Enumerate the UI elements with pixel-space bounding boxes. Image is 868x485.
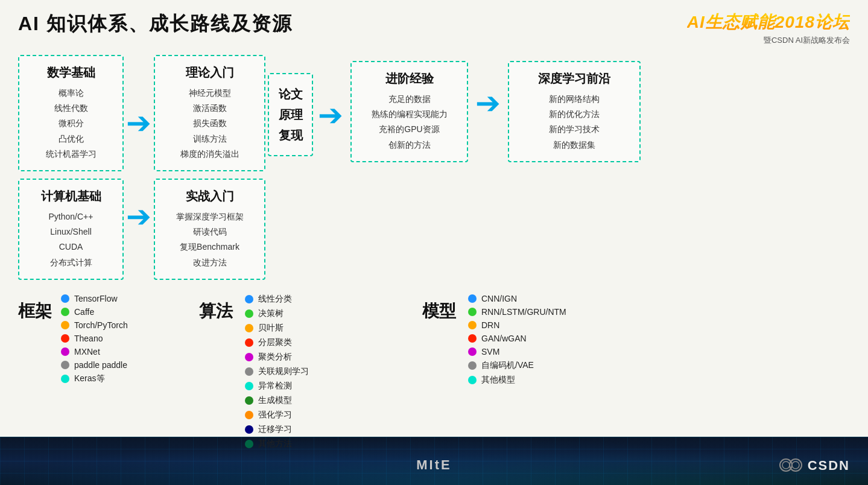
theory-box: 理论入门 神经元模型 激活函数 损失函数 训练方法 梯度的消失溢出 xyxy=(154,55,265,171)
dot-mxnet xyxy=(61,347,69,356)
arrow-right-icon: ➔ xyxy=(126,108,151,138)
algo-name: 关联规则学习 xyxy=(258,366,309,377)
algo-name: 强化学习 xyxy=(258,410,292,420)
deep-items: 新的网络结构 新的优化方法 新的学习技术 新的数据集 xyxy=(520,92,629,153)
list-item: 微积分 xyxy=(29,116,113,131)
advanced-items: 充足的数据 熟练的编程实现能力 充裕的GPU资源 创新的方法 xyxy=(363,92,456,153)
list-item: 新的数据集 xyxy=(520,138,629,153)
model-name: DRN xyxy=(481,320,499,330)
list-item: 新的优化方法 xyxy=(520,107,629,122)
paper-text: 论文原理复现 xyxy=(276,84,305,145)
dot xyxy=(468,347,477,356)
dot xyxy=(245,338,253,347)
col-advanced: 进阶经验 充足的数据 熟练的编程实现能力 充裕的GPU资源 创新的方法 xyxy=(346,55,473,162)
dot xyxy=(245,382,253,390)
advanced-box: 进阶经验 充足的数据 熟练的编程实现能力 充裕的GPU资源 创新的方法 xyxy=(350,61,468,162)
dot xyxy=(245,425,253,434)
algo-name: 决策树 xyxy=(258,308,284,319)
bottom-section: 框架 TensorFlow Caffe Torch/PyTorch Theano xyxy=(0,285,868,449)
dot xyxy=(468,294,477,303)
list-item: SVM xyxy=(468,347,566,357)
dot xyxy=(468,308,477,316)
dot xyxy=(245,411,253,419)
list-item: paddle paddle xyxy=(61,360,128,370)
dot-tensorflow xyxy=(61,294,69,303)
algorithm-list: 线性分类 决策树 贝叶斯 分层聚类 聚类分析 xyxy=(245,294,309,449)
dot xyxy=(468,361,477,370)
list-item: Keras等 xyxy=(61,373,128,384)
list-item: GAN/wGAN xyxy=(468,334,566,343)
list-item: 复现Benchmark xyxy=(165,239,255,255)
diagram-area: 数学基础 概率论 线性代数 微积分 凸优化 统计机器学习 计算机基础 Pytho… xyxy=(0,55,868,280)
dot-theano xyxy=(61,334,69,343)
list-item: 分层聚类 xyxy=(245,337,309,348)
dot xyxy=(245,309,253,318)
framework-name: paddle paddle xyxy=(74,360,127,370)
cs-box: 计算机基础 Python/C++ Linux/Shell CUDA 分布式计算 xyxy=(18,179,124,280)
theory-title: 理论入门 xyxy=(165,65,255,81)
algo-name: 迁移学习 xyxy=(258,424,292,435)
list-item: MXNet xyxy=(61,347,128,357)
list-item: CUDA xyxy=(29,239,113,255)
list-item: 掌握深度学习框架 xyxy=(165,209,255,224)
dot xyxy=(245,367,253,376)
algo-name: 生成模型 xyxy=(258,395,292,406)
math-box: 数学基础 概率论 线性代数 微积分 凸优化 统计机器学习 xyxy=(18,55,124,171)
model-name: CNN/IGN xyxy=(481,294,517,303)
dot xyxy=(245,353,253,361)
advanced-title: 进阶经验 xyxy=(363,71,456,87)
list-item: 充裕的GPU资源 xyxy=(363,122,456,137)
dot-torch xyxy=(61,321,69,329)
list-item: 训练方法 xyxy=(165,132,255,147)
practice-box: 实战入门 掌握深度学习框架 研读代码 复现Benchmark 改进方法 xyxy=(154,179,265,280)
paper-box: 论文原理复现 xyxy=(268,73,313,156)
arrow1-container: ➔ ➔ xyxy=(124,55,154,254)
arrow-right-icon: ➔ xyxy=(475,88,501,118)
model-label: 模型 xyxy=(422,294,456,323)
cs-items: Python/C++ Linux/Shell CUDA 分布式计算 xyxy=(29,209,113,270)
arrow1-bottom: ➔ xyxy=(126,201,151,232)
col-foundations: 数学基础 概率论 线性代数 微积分 凸优化 统计机器学习 计算机基础 Pytho… xyxy=(18,55,124,280)
list-item: 异常检测 xyxy=(245,381,309,391)
list-item: Caffe xyxy=(61,307,128,317)
list-item: CNN/IGN xyxy=(468,294,566,303)
col-intro: 理论入门 神经元模型 激活函数 损失函数 训练方法 梯度的消失溢出 实战入门 掌… xyxy=(154,55,265,280)
csdn-icon xyxy=(779,455,803,476)
list-item: 凸优化 xyxy=(29,132,113,147)
list-item: 关联规则学习 xyxy=(245,366,309,377)
list-item: 决策树 xyxy=(245,308,309,319)
list-item: 迁移学习 xyxy=(245,424,309,435)
dot-paddle xyxy=(61,361,69,369)
svg-point-5 xyxy=(792,461,799,469)
practice-items: 掌握深度学习框架 研读代码 复现Benchmark 改进方法 xyxy=(165,209,255,270)
framework-name: Torch/PyTorch xyxy=(74,320,128,330)
deep-box: 深度学习前沿 新的网络结构 新的优化方法 新的学习技术 新的数据集 xyxy=(508,61,641,162)
dot xyxy=(245,396,253,405)
list-item: 强化学习 xyxy=(245,410,309,420)
list-item: 改进方法 xyxy=(165,255,255,270)
list-item: 线性分类 xyxy=(245,294,309,305)
list-item: 激活函数 xyxy=(165,101,255,116)
header: AI 知识体系、成长路线及资源 AI生态赋能2018论坛 暨CSDN AI新战略… xyxy=(0,0,868,52)
list-item: 损失函数 xyxy=(165,116,255,131)
dot xyxy=(468,334,477,343)
dot xyxy=(468,321,477,329)
dot xyxy=(245,295,253,303)
list-item: 其他模型 xyxy=(468,375,566,385)
list-item: 充足的数据 xyxy=(363,92,456,107)
framework-list: TensorFlow Caffe Torch/PyTorch Theano MX… xyxy=(61,294,128,384)
csdn-text: CSDN xyxy=(808,458,850,474)
list-item: Python/C++ xyxy=(29,209,113,224)
list-item: 统计机器学习 xyxy=(29,147,113,162)
list-item: Theano xyxy=(61,334,128,343)
model-name: GAN/wGAN xyxy=(481,334,527,343)
list-item: 贝叶斯 xyxy=(245,323,309,334)
model-name: 其他模型 xyxy=(481,375,515,385)
model-name: RNN/LSTM/GRU/NTM xyxy=(481,307,566,317)
list-item: 聚类分析 xyxy=(245,352,309,363)
model-list: CNN/IGN RNN/LSTM/GRU/NTM DRN GAN/wGAN SV… xyxy=(468,294,566,385)
framework-name: MXNet xyxy=(74,347,100,357)
list-item: DRN xyxy=(468,320,566,330)
list-item: 新的学习技术 xyxy=(520,122,629,137)
cs-title: 计算机基础 xyxy=(29,188,113,204)
